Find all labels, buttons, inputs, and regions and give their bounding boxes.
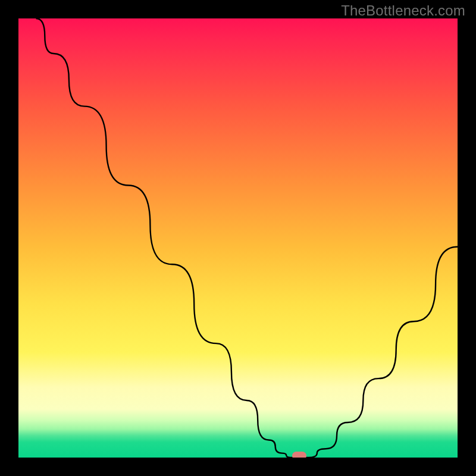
curve-svg [18, 18, 458, 458]
watermark-text: TheBottleneck.com [341, 2, 465, 19]
optimal-point-marker [292, 452, 306, 458]
chart-outer-frame: TheBottleneck.com [0, 0, 476, 476]
bottleneck-curve [36, 18, 458, 458]
plot-area [18, 18, 458, 458]
